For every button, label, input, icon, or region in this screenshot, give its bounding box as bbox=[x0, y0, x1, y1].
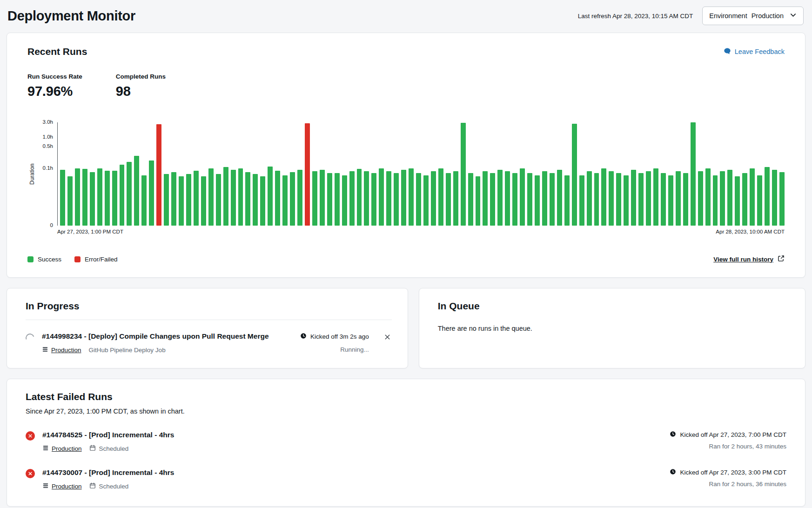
chart-bar[interactable] bbox=[320, 170, 325, 226]
chart-bar[interactable] bbox=[705, 168, 711, 226]
chart-bar[interactable] bbox=[431, 171, 436, 226]
chart-bar[interactable] bbox=[112, 171, 117, 226]
chart-bar[interactable] bbox=[490, 173, 495, 226]
chart-bar[interactable] bbox=[668, 175, 673, 226]
chart-bar[interactable] bbox=[120, 165, 125, 226]
chart-bar[interactable] bbox=[105, 171, 110, 226]
chart-bar[interactable] bbox=[245, 172, 250, 226]
chart-bar[interactable] bbox=[550, 173, 555, 226]
chart-bar[interactable] bbox=[401, 170, 406, 226]
chart-bar[interactable] bbox=[557, 170, 562, 226]
chart-bar[interactable] bbox=[564, 175, 570, 226]
chart-bar[interactable] bbox=[268, 167, 273, 226]
chart-bar[interactable] bbox=[461, 123, 466, 226]
chart-bar[interactable] bbox=[90, 172, 95, 226]
chart-bar[interactable] bbox=[260, 176, 265, 226]
chart-bar[interactable] bbox=[67, 176, 73, 226]
chart-bar[interactable] bbox=[216, 174, 221, 226]
chart-bar[interactable] bbox=[476, 176, 481, 226]
chart-bar[interactable] bbox=[82, 169, 87, 226]
chart-bar[interactable] bbox=[208, 168, 214, 226]
chart-bar[interactable] bbox=[535, 175, 540, 226]
chart-bar[interactable] bbox=[127, 162, 132, 226]
chart-bar[interactable] bbox=[394, 173, 399, 226]
environment-link[interactable]: Production bbox=[42, 445, 82, 453]
chart-bar[interactable] bbox=[512, 173, 517, 226]
chart-bar[interactable] bbox=[349, 171, 355, 226]
chart-bar[interactable] bbox=[97, 168, 102, 226]
chart-bar[interactable] bbox=[505, 171, 510, 226]
chart-bar[interactable] bbox=[587, 171, 592, 226]
environment-link[interactable]: Production bbox=[42, 346, 81, 354]
chart-bar[interactable] bbox=[757, 175, 762, 226]
chart-bar[interactable] bbox=[446, 173, 451, 226]
chart-bar[interactable] bbox=[453, 171, 458, 226]
chart-bar[interactable] bbox=[638, 173, 644, 226]
environment-dropdown[interactable]: Environment Production bbox=[702, 7, 804, 25]
chart-bar[interactable] bbox=[327, 173, 332, 226]
chart-bar[interactable] bbox=[527, 173, 532, 226]
chart-bar[interactable] bbox=[312, 171, 317, 226]
chart-bar[interactable] bbox=[438, 168, 443, 226]
chart-bar[interactable] bbox=[75, 168, 80, 226]
chart-bar[interactable] bbox=[156, 124, 161, 226]
chart-bar[interactable] bbox=[713, 175, 718, 226]
chart-bar[interactable] bbox=[497, 170, 503, 226]
chart-bar[interactable] bbox=[409, 168, 414, 226]
chart-bar[interactable] bbox=[201, 176, 206, 226]
chart-bar[interactable] bbox=[60, 170, 65, 226]
chart-bar[interactable] bbox=[386, 171, 391, 226]
chart-bar[interactable] bbox=[616, 173, 621, 226]
chart-bar[interactable] bbox=[750, 168, 755, 226]
chart-bar[interactable] bbox=[416, 173, 421, 226]
dismiss-run-button[interactable] bbox=[383, 333, 392, 343]
chart-bar[interactable] bbox=[572, 124, 577, 226]
chart-bar[interactable] bbox=[179, 176, 184, 226]
chart-bar[interactable] bbox=[676, 171, 681, 226]
chart-bar[interactable] bbox=[542, 171, 547, 226]
chart-bar[interactable] bbox=[520, 168, 525, 226]
chart-bar[interactable] bbox=[357, 169, 362, 226]
chart-bar[interactable] bbox=[371, 173, 376, 226]
chart-bar[interactable] bbox=[282, 175, 288, 226]
chart-bar[interactable] bbox=[594, 173, 599, 226]
chart-bar[interactable] bbox=[253, 174, 258, 226]
chart-bar[interactable] bbox=[186, 174, 191, 226]
chart-bar[interactable] bbox=[275, 171, 280, 226]
chart-bar[interactable] bbox=[742, 173, 747, 226]
chart-bar[interactable] bbox=[727, 170, 732, 226]
view-full-run-history-link[interactable]: View full run history bbox=[713, 255, 785, 263]
chart-bar[interactable] bbox=[171, 172, 176, 226]
chart-bar[interactable] bbox=[624, 175, 629, 226]
leave-feedback-link[interactable]: Leave Feedback bbox=[724, 47, 785, 56]
chart-bar[interactable] bbox=[379, 168, 384, 226]
chart-bar[interactable] bbox=[297, 170, 302, 226]
chart-bar[interactable] bbox=[141, 175, 147, 226]
chart-bar[interactable] bbox=[683, 173, 688, 226]
chart-bar[interactable] bbox=[335, 173, 340, 226]
chart-bar[interactable] bbox=[468, 173, 473, 226]
chart-bar[interactable] bbox=[342, 175, 347, 226]
chart-bar[interactable] bbox=[238, 168, 243, 226]
chart-bar[interactable] bbox=[194, 171, 199, 226]
chart-bar[interactable] bbox=[765, 167, 770, 226]
chart-bar[interactable] bbox=[483, 171, 488, 226]
chart-bar[interactable] bbox=[609, 171, 614, 226]
chart-bar[interactable] bbox=[653, 168, 658, 226]
chart-bar[interactable] bbox=[735, 176, 740, 226]
chart-bar[interactable] bbox=[691, 122, 696, 226]
chart-bar[interactable] bbox=[231, 170, 236, 226]
chart-bar[interactable] bbox=[631, 170, 636, 226]
chart-bar[interactable] bbox=[149, 160, 154, 226]
chart-bar[interactable] bbox=[646, 171, 651, 226]
chart-bar[interactable] bbox=[720, 171, 725, 226]
chart-bar[interactable] bbox=[661, 173, 666, 226]
chart-bar[interactable] bbox=[223, 167, 228, 226]
chart-bar[interactable] bbox=[134, 156, 139, 226]
chart-bar[interactable] bbox=[290, 172, 295, 226]
chart-bar[interactable] bbox=[364, 171, 369, 226]
chart-bar[interactable] bbox=[423, 175, 429, 226]
chart-bar[interactable] bbox=[579, 175, 584, 226]
chart-bar[interactable] bbox=[698, 171, 703, 226]
chart-bar[interactable] bbox=[772, 170, 777, 226]
